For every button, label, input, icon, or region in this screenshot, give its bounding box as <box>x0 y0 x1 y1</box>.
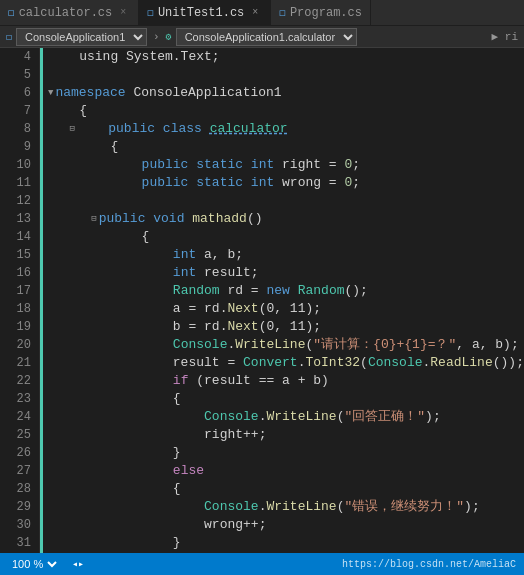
code-line: else <box>48 462 524 480</box>
token: b = rd. <box>48 318 227 336</box>
token: "请计算：{0}+{1}=？" <box>313 336 456 354</box>
tab-unittest1[interactable]: ◻ UnitTest1.cs × <box>139 0 271 25</box>
token: wrong++; <box>48 516 266 534</box>
token: WriteLine <box>266 498 336 516</box>
token: ( <box>305 336 313 354</box>
code-line: { <box>48 138 524 156</box>
token <box>48 336 173 354</box>
token: 0 <box>344 174 352 192</box>
tab-close-icon[interactable]: × <box>248 6 262 20</box>
token: right++; <box>48 426 266 444</box>
token <box>48 498 204 516</box>
breadcrumb-left-dropdown[interactable]: ConsoleApplication1 <box>16 28 147 46</box>
line-number: 17 <box>0 282 31 300</box>
code-line: result = Convert.ToInt32(Console.ReadLin… <box>48 354 524 372</box>
tab-program[interactable]: ◻ Program.cs <box>271 0 371 25</box>
tab-label: calculator.cs <box>19 6 113 20</box>
token: ()); <box>493 354 524 372</box>
token: Convert <box>243 354 298 372</box>
class-icon: ⚙ <box>166 31 172 43</box>
code-line: public static int wrong = 0; <box>48 174 524 192</box>
collapse-arrow-icon[interactable]: ▼ <box>48 84 53 102</box>
token: ConsoleApplication1 <box>126 84 282 102</box>
line-number: 4 <box>0 48 31 66</box>
gutter-indicator <box>40 516 43 534</box>
token: namespace <box>55 84 125 102</box>
line-number: 32 <box>0 552 31 553</box>
token: WriteLine <box>266 408 336 426</box>
token: } <box>48 444 181 462</box>
gutter-indicator <box>40 174 43 192</box>
line-number: 6 <box>0 84 31 102</box>
gutter-indicator <box>40 300 43 318</box>
gutter-indicator <box>40 534 43 552</box>
zoom-dropdown[interactable]: 100 % <box>8 557 60 571</box>
tab-close-icon[interactable]: × <box>116 6 130 20</box>
token: Console <box>204 408 259 426</box>
token: int <box>251 156 274 174</box>
code-lines: using System.Text;▼namespace ConsoleAppl… <box>40 48 524 553</box>
url-text: https://blog.csdn.net/AmeliaC <box>342 559 516 570</box>
token: WriteLine <box>235 336 305 354</box>
line-number: 23 <box>0 390 31 408</box>
token: Random <box>173 282 220 300</box>
code-line: b = rd.Next(0, 11); <box>48 318 524 336</box>
gutter-indicator <box>40 66 43 84</box>
token: public class <box>77 120 210 138</box>
gutter-indicator <box>40 228 43 246</box>
gutter-indicator <box>40 498 43 516</box>
collapse-arrow-icon[interactable]: ⊟ <box>48 120 75 138</box>
token: ; <box>352 174 360 192</box>
code-line: { <box>48 390 524 408</box>
collapse-arrow-icon[interactable]: ⊟ <box>48 210 97 228</box>
token: ); <box>464 498 480 516</box>
token: wrong = <box>274 174 344 192</box>
code-line: } <box>48 534 524 552</box>
gutter-indicator <box>40 120 43 138</box>
token: ; <box>352 156 360 174</box>
code-line <box>48 66 524 84</box>
code-line <box>48 552 524 553</box>
code-line: right++; <box>48 426 524 444</box>
token: { <box>48 138 118 156</box>
line-number: 8 <box>0 120 31 138</box>
code-line: { <box>48 228 524 246</box>
code-line: ⊟ public class calculator <box>48 120 524 138</box>
code-line: Console.WriteLine("错误，继续努力！"); <box>48 498 524 516</box>
gutter-indicator <box>40 318 43 336</box>
token: Next <box>227 300 258 318</box>
line-number: 12 <box>0 192 31 210</box>
gutter-indicator <box>40 84 43 102</box>
token: . <box>259 408 267 426</box>
line-number: 21 <box>0 354 31 372</box>
gutter-indicator <box>40 390 43 408</box>
gutter-indicator <box>40 138 43 156</box>
tab-calculator[interactable]: ◻ calculator.cs × <box>0 0 139 25</box>
token: (0, 11); <box>259 300 321 318</box>
breadcrumb-right-dropdown[interactable]: ConsoleApplication1.calculator <box>176 28 357 46</box>
token: (result == a + b) <box>188 372 328 390</box>
token: ( <box>360 354 368 372</box>
gutter-indicator <box>40 354 43 372</box>
line-number: 7 <box>0 102 31 120</box>
token: () <box>247 210 263 228</box>
token: public static <box>48 174 251 192</box>
token <box>290 282 298 300</box>
token: using System.Text; <box>48 48 220 66</box>
token: rd = <box>220 282 267 300</box>
line-number: 10 <box>0 156 31 174</box>
token: a = rd. <box>48 300 227 318</box>
code-line: ▼namespace ConsoleApplication1 <box>48 84 524 102</box>
code-line: wrong++; <box>48 516 524 534</box>
tab-label: Program.cs <box>290 6 362 20</box>
token: Console <box>368 354 423 372</box>
token: 0 <box>344 156 352 174</box>
gutter-indicator <box>40 462 43 480</box>
code-line: using System.Text; <box>48 48 524 66</box>
token: ( <box>337 498 345 516</box>
token: result; <box>196 264 258 282</box>
code-scroll-area[interactable]: 4567891011121314151617181920212223242526… <box>0 48 524 553</box>
token: "回答正确！" <box>344 408 425 426</box>
line-number: 28 <box>0 480 31 498</box>
token: ToInt32 <box>305 354 360 372</box>
